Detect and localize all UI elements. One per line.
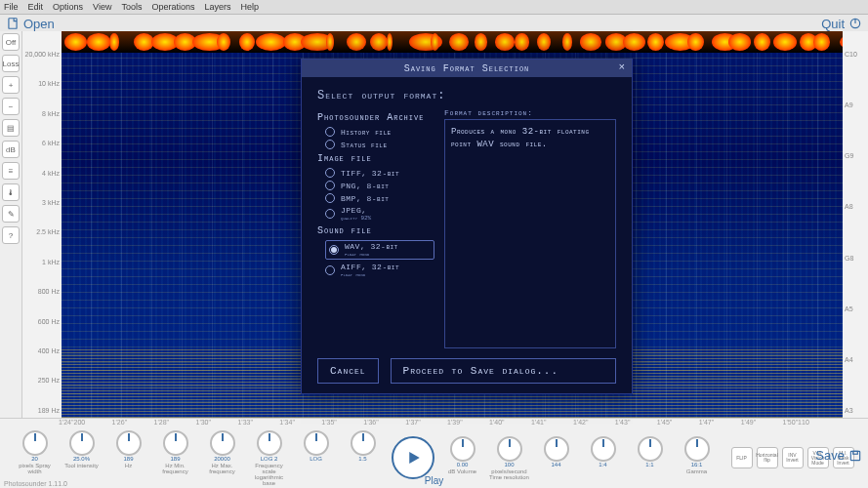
format-option-jpeg[interactable]: JPEG,quality 92% <box>325 206 434 222</box>
off-toggle[interactable]: Off <box>2 33 20 51</box>
open-label: Open <box>23 17 55 31</box>
menu-operations[interactable]: Operations <box>151 2 194 12</box>
menu-tools[interactable]: Tools <box>121 2 142 12</box>
knob-value: 1:4 <box>599 462 606 468</box>
freq-tick: 400 Hz <box>24 347 60 354</box>
save-button[interactable]: Save <box>815 448 862 463</box>
freq-tick: 20,000 kHz <box>24 51 60 58</box>
radio-icon <box>325 181 335 190</box>
format-description: Produces a mono 32-bit floating point WA… <box>444 119 616 348</box>
knob-label: pixels/second Time resolution <box>489 468 530 480</box>
knob-freq-scale[interactable]: LOG 2Frequency scale logarithmic base <box>249 430 290 486</box>
add-tool[interactable]: + <box>2 76 20 94</box>
time-tick: 1'41" <box>531 419 547 430</box>
menu-layers[interactable]: Layers <box>204 2 230 12</box>
time-tick: 1'45" <box>657 419 673 430</box>
dialog-title: Saving Format Selection <box>404 63 530 74</box>
freq-tick: 2.5 kHz <box>24 228 60 235</box>
menu-edit[interactable]: Edit <box>28 2 44 12</box>
note-tick: G9 <box>845 152 866 159</box>
thermo-tool[interactable]: 🌡 <box>2 183 20 201</box>
lossless-toggle[interactable]: Loss <box>2 55 20 72</box>
knob-freq-scale2[interactable]: LOG <box>296 430 337 486</box>
open-button[interactable]: Open <box>6 17 55 31</box>
note-tick: G8 <box>845 255 866 262</box>
freq-tick: 3 kHz <box>24 199 60 206</box>
menu-view[interactable]: View <box>93 2 111 12</box>
format-option-status[interactable]: Status file <box>325 140 434 149</box>
radio-icon <box>325 265 335 275</box>
knob-label: Tool intensity <box>64 463 99 468</box>
knob-label: dB Volume <box>448 468 476 474</box>
knob-ratio-a[interactable]: 1:4 <box>583 436 624 480</box>
radio-icon <box>325 209 335 219</box>
knob-min-freq[interactable]: 189Hz Min. frequency <box>155 430 196 486</box>
knob-value: LOG <box>310 456 322 462</box>
format-group: Image file <box>317 153 434 164</box>
subtract-tool[interactable]: − <box>2 98 20 115</box>
format-option-aiff[interactable]: AIFF, 32-bitfloat mono <box>325 263 434 278</box>
quit-label: Quit <box>821 17 845 31</box>
format-option-wav[interactable]: WAV, 32-bitfloat mono <box>325 240 434 260</box>
freq-tick: 800 Hz <box>24 288 60 295</box>
menu-file[interactable]: File <box>4 2 19 12</box>
format-option-tiff[interactable]: TIFF, 32-bit <box>325 168 434 178</box>
knob-tool-intensity[interactable]: 25.0%Tool intensity <box>62 430 103 486</box>
format-option-history[interactable]: History file <box>325 127 434 137</box>
knob-ratio-b[interactable]: 1:1 <box>630 436 671 480</box>
time-tick: 1'42" <box>573 419 589 430</box>
knob-pps[interactable]: 100pixels/second Time resolution <box>489 436 530 480</box>
play-button[interactable] <box>392 436 434 479</box>
knob-value: 1.5 <box>358 456 366 462</box>
knob-value: 20 <box>31 456 38 462</box>
format-option-bmp[interactable]: BMP, 8-bit <box>325 193 434 203</box>
time-tick: 1'28" <box>154 419 170 430</box>
waveform-strip <box>62 31 843 53</box>
close-icon[interactable]: × <box>618 61 626 73</box>
hrip-btn[interactable]: Horizontal flip <box>757 447 778 468</box>
knob-db-vol[interactable]: 0.00dB Volume <box>442 436 483 480</box>
knob-spray-hz[interactable]: 189Hz <box>108 430 149 486</box>
pencil-tool[interactable]: ✎ <box>2 205 20 223</box>
knob-gamma[interactable]: 16:1Gamma <box>677 436 718 480</box>
inv-btn[interactable]: INVInvert <box>782 447 804 468</box>
knob-value: 20000 <box>214 456 230 462</box>
time-tick: 1'50"110 <box>783 419 809 430</box>
radio-icon <box>325 140 335 149</box>
freq-tick: 8 kHz <box>24 110 60 117</box>
radio-icon <box>325 193 335 203</box>
flip-btn[interactable]: FLIP <box>731 447 753 468</box>
format-option-png[interactable]: PNG, 8-bit <box>325 181 434 190</box>
option-label: WAV, 32-bitfloat mono <box>345 242 398 258</box>
db-tool[interactable]: dB <box>2 141 20 158</box>
power-icon <box>848 17 862 30</box>
cancel-button[interactable]: Cancel <box>317 358 379 384</box>
footer: 1'24"2001'26"1'28"1'30"1'33"1'34"1'35"1'… <box>0 418 868 488</box>
time-tick: 1'30" <box>195 419 211 430</box>
eq-tool[interactable]: ≡ <box>2 162 20 180</box>
time-tick: 1'47" <box>699 419 715 430</box>
help-tool[interactable]: ? <box>2 226 20 244</box>
quit-button[interactable]: Quit <box>821 17 862 31</box>
knob-max-freq[interactable]: 20000Hz Max. frequency <box>202 430 243 486</box>
dialog-titlebar[interactable]: Saving Format Selection × <box>302 60 632 77</box>
save-label: Save <box>815 448 845 463</box>
radio-icon <box>329 245 339 255</box>
note-tick: A4 <box>845 356 866 363</box>
knob-value: 1:1 <box>645 462 653 468</box>
note-tick: A5 <box>845 305 866 312</box>
knob-bands-per-oct[interactable]: 144 <box>536 436 577 480</box>
time-tick: 1'39" <box>447 419 463 430</box>
menu-options[interactable]: Options <box>53 2 83 12</box>
menu-help[interactable]: Help <box>240 2 259 12</box>
knob-value: 189 <box>123 456 133 462</box>
format-options: Photosounder ArchiveHistory fileStatus f… <box>317 108 434 348</box>
knob-spray-width[interactable]: 20pixels Spray width <box>15 430 56 486</box>
knob-value: 189 <box>170 456 180 462</box>
knob-value: 0.00 <box>457 462 469 468</box>
knob-value: 25.0% <box>73 456 90 462</box>
knob-time-res-l[interactable]: 1.5 <box>343 430 384 486</box>
radio-icon <box>325 127 335 137</box>
layers-tool[interactable]: ▤ <box>2 119 20 137</box>
proceed-button[interactable]: Proceed to Save dialog... <box>391 358 616 384</box>
